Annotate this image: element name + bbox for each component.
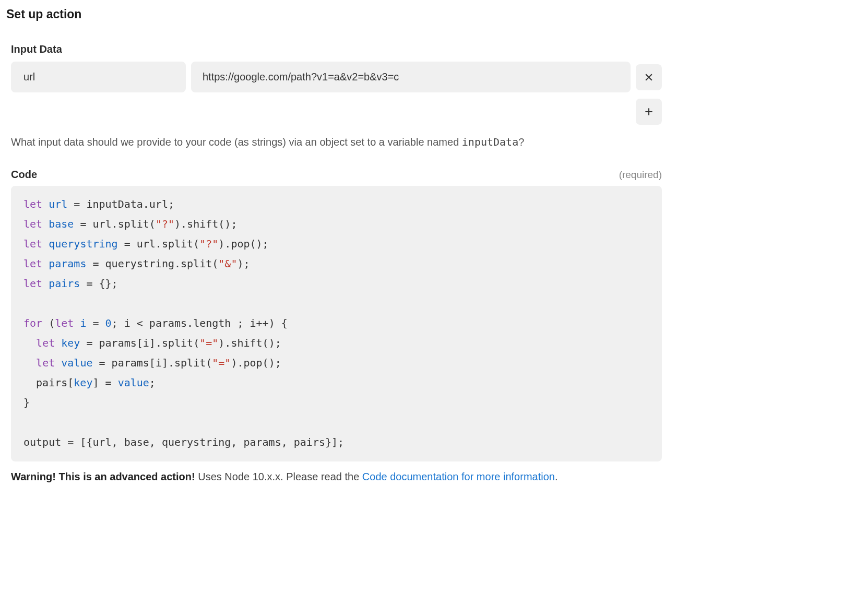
warning-middle: Uses Node 10.x.x. Please read the bbox=[195, 471, 362, 482]
required-label: (required) bbox=[619, 169, 662, 181]
input-data-label: Input Data bbox=[11, 43, 662, 55]
warning-end: . bbox=[555, 471, 558, 482]
input-data-row bbox=[11, 62, 662, 92]
help-text-code: inputData bbox=[462, 136, 518, 148]
warning-strong: Warning! This is an advanced action! bbox=[11, 471, 195, 482]
input-value-field[interactable] bbox=[191, 62, 631, 92]
help-text-prefix: What input data should we provide to you… bbox=[11, 136, 462, 148]
code-label: Code bbox=[11, 169, 37, 181]
add-row-button[interactable] bbox=[636, 99, 662, 125]
close-icon bbox=[644, 72, 654, 82]
page-title: Set up action bbox=[6, 7, 662, 21]
help-text-suffix: ? bbox=[518, 136, 524, 148]
code-editor[interactable]: let url = inputData.url; let base = url.… bbox=[11, 186, 662, 461]
plus-icon bbox=[644, 106, 654, 117]
warning-text: Warning! This is an advanced action! Use… bbox=[11, 469, 662, 484]
input-key-field[interactable] bbox=[11, 62, 186, 92]
remove-row-button[interactable] bbox=[636, 64, 662, 90]
help-text: What input data should we provide to you… bbox=[11, 134, 662, 150]
code-docs-link[interactable]: Code documentation for more information bbox=[362, 471, 555, 482]
